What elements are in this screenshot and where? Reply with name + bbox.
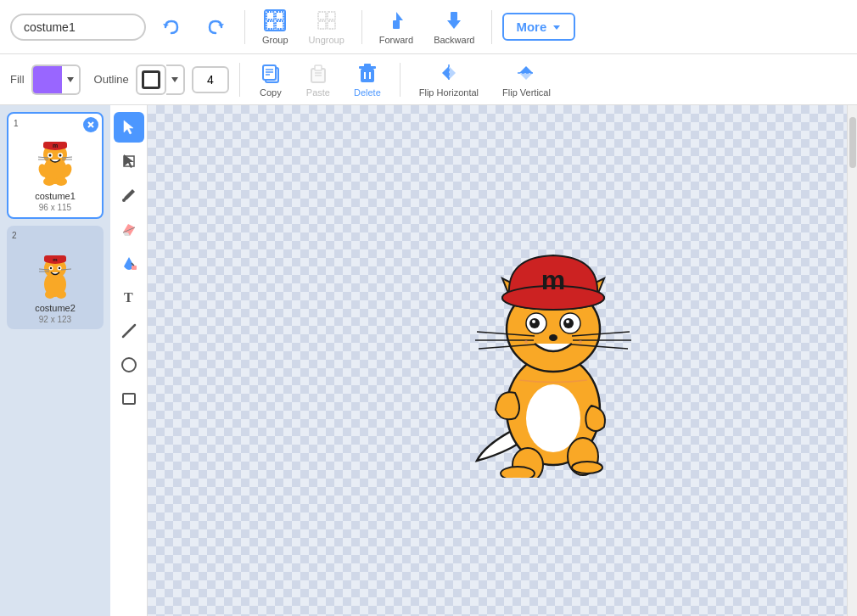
svg-point-109: [579, 340, 582, 344]
delete-button[interactable]: Delete: [345, 58, 389, 101]
canvas-scrollbar[interactable]: [847, 105, 857, 616]
fill-color-picker[interactable]: [31, 64, 81, 95]
copy-button[interactable]: Copy: [250, 58, 291, 101]
outline-color-swatch[interactable]: [136, 64, 166, 95]
backward-button[interactable]: Backward: [427, 5, 481, 48]
backward-label: Backward: [434, 35, 474, 45]
more-label: More: [516, 20, 546, 34]
fill-label: Fill: [10, 73, 25, 86]
forward-label: Forward: [379, 35, 413, 45]
svg-rect-7: [318, 21, 326, 29]
costume-1-size: 96 x 115: [39, 203, 71, 212]
svg-point-68: [56, 290, 66, 299]
svg-point-52: [55, 177, 67, 186]
svg-marker-13: [553, 25, 560, 30]
svg-marker-30: [442, 66, 449, 80]
flip-horizontal-label: Flip Horizontal: [419, 87, 479, 98]
svg-marker-9: [396, 12, 403, 20]
outline-label: Outline: [94, 73, 129, 86]
costume-2-num: 2: [12, 231, 17, 240]
flip-horizontal-button[interactable]: Flip Horizontal: [411, 58, 487, 101]
format-toolbar: Fill Outline: [0, 54, 857, 105]
paste-button[interactable]: Paste: [298, 58, 339, 101]
costume-item-2[interactable]: 2 m: [7, 226, 104, 329]
ungroup-button[interactable]: Ungroup: [302, 5, 351, 48]
outline-color-picker[interactable]: [136, 64, 185, 95]
main-toolbar: Group Ungroup Forward: [0, 0, 857, 54]
svg-rect-8: [328, 21, 335, 29]
svg-point-97: [529, 318, 540, 328]
svg-point-62: [49, 266, 51, 268]
fill-tool[interactable]: [114, 248, 144, 278]
svg-point-98: [563, 318, 574, 328]
fill-color-dropdown[interactable]: [62, 64, 81, 95]
costume-1-name: costume1: [35, 191, 76, 201]
svg-text:m: m: [53, 257, 57, 262]
canvas-area[interactable]: m: [148, 105, 847, 616]
outline-color-dropdown[interactable]: [166, 64, 185, 95]
svg-point-51: [43, 177, 55, 186]
svg-marker-11: [447, 20, 461, 29]
text-tool[interactable]: T: [114, 282, 144, 312]
outline-size-input[interactable]: [192, 66, 229, 93]
svg-point-86: [501, 467, 535, 478]
svg-point-67: [45, 290, 55, 299]
group-button[interactable]: Group: [255, 5, 295, 48]
svg-point-72: [122, 199, 126, 202]
svg-point-80: [122, 358, 136, 372]
ungroup-label: Ungroup: [309, 35, 344, 45]
reshape-tool[interactable]: [114, 146, 144, 176]
svg-line-79: [123, 325, 135, 337]
svg-point-45: [49, 154, 52, 156]
svg-marker-34: [519, 73, 533, 80]
svg-point-46: [59, 154, 62, 156]
svg-rect-76: [132, 266, 137, 270]
flip-vertical-button[interactable]: Flip Vertical: [494, 58, 559, 101]
rectangle-tool[interactable]: [114, 384, 144, 414]
costume-1-delete[interactable]: [83, 117, 98, 132]
svg-text:T: T: [124, 290, 133, 305]
svg-point-99: [532, 320, 535, 323]
ellipse-tool[interactable]: [114, 350, 144, 380]
redo-button[interactable]: [197, 12, 234, 42]
costume-2-name: costume2: [35, 303, 76, 313]
scrollbar-thumb[interactable]: [849, 117, 856, 168]
svg-rect-22: [315, 65, 322, 70]
svg-rect-2: [266, 21, 274, 29]
svg-rect-6: [328, 12, 335, 20]
undo-button[interactable]: [153, 12, 190, 42]
separator-1: [244, 10, 245, 44]
svg-rect-10: [393, 20, 400, 29]
forward-button[interactable]: Forward: [372, 5, 420, 48]
svg-rect-1: [276, 12, 283, 20]
more-button[interactable]: More: [502, 13, 575, 41]
svg-rect-25: [361, 69, 374, 82]
svg-rect-12: [451, 12, 457, 20]
costume-2-preview: m: [21, 242, 89, 301]
svg-text:m: m: [541, 265, 565, 295]
costume-item-1[interactable]: 1 m: [7, 112, 104, 219]
svg-rect-27: [364, 64, 371, 67]
separator-4: [239, 63, 240, 97]
svg-point-63: [58, 266, 59, 268]
svg-text:m: m: [53, 143, 58, 148]
svg-point-108: [524, 340, 528, 344]
select-tool[interactable]: [114, 112, 144, 143]
tools-panel: T: [110, 105, 148, 616]
costume-1-num: 1: [14, 119, 19, 128]
line-tool[interactable]: [114, 316, 144, 346]
svg-marker-15: [171, 77, 178, 82]
separator-3: [491, 10, 492, 44]
copy-label: Copy: [260, 87, 282, 98]
svg-rect-0: [266, 12, 274, 20]
svg-marker-14: [67, 77, 74, 82]
brush-tool[interactable]: [114, 180, 144, 210]
group-label: Group: [262, 35, 288, 45]
costume-2-size: 92 x 123: [39, 315, 71, 324]
fill-color-swatch[interactable]: [31, 64, 62, 95]
svg-marker-31: [449, 66, 456, 80]
costume-name-input[interactable]: [10, 14, 146, 41]
eraser-tool[interactable]: [114, 214, 144, 244]
svg-point-100: [566, 320, 569, 323]
svg-rect-3: [276, 21, 283, 29]
